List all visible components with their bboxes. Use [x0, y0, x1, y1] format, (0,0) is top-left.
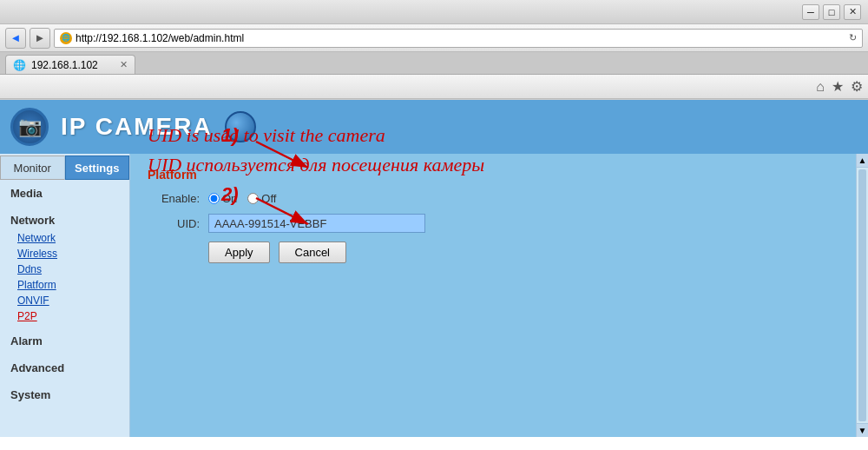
- enable-row: Enable: On Off: [148, 192, 851, 205]
- monitor-tab[interactable]: Monitor: [0, 156, 65, 180]
- tab-close-button[interactable]: ✕: [120, 59, 128, 70]
- tab-bar: 🌐 192.168.1.102 ✕: [0, 52, 868, 75]
- enable-radio-group: On Off: [208, 192, 276, 205]
- main-content: Platform Enable: On Off UID:: [130, 154, 868, 437]
- enable-label: Enable:: [148, 192, 200, 205]
- minimize-button[interactable]: ─: [802, 4, 819, 20]
- info-text-english: UID is used to visit the camera: [148, 124, 851, 147]
- sidebar-item-onvif[interactable]: ONVIF: [0, 293, 129, 308]
- sidebar-tab-row: Monitor Settings: [0, 156, 129, 180]
- tab-favicon: 🌐: [13, 59, 26, 71]
- uid-input[interactable]: [208, 214, 425, 233]
- settings-tab[interactable]: Settings: [65, 156, 130, 180]
- system-section: System: [0, 381, 129, 408]
- media-section: Media: [0, 180, 129, 207]
- radio-off-label[interactable]: Off: [247, 192, 276, 205]
- address-favicon: 🌐: [60, 32, 72, 44]
- navigation-bar: ◄ ► 🌐 ↻: [0, 24, 868, 52]
- uid-label: UID:: [148, 217, 200, 230]
- alarm-section: Alarm: [0, 328, 129, 354]
- radio-on-input[interactable]: [208, 193, 220, 204]
- network-section: Network Network Wireless Ddns Platform O…: [0, 207, 129, 328]
- advanced-section: Advanced: [0, 354, 129, 381]
- sidebar-item-wireless[interactable]: Wireless: [0, 246, 129, 261]
- advanced-heading[interactable]: Advanced: [0, 358, 129, 378]
- title-bar: ─ □ ✕: [0, 0, 868, 24]
- radio-on-label[interactable]: On: [208, 192, 237, 205]
- browser-tab[interactable]: 🌐 192.168.1.102 ✕: [5, 55, 135, 74]
- scroll-thumb[interactable]: [858, 169, 866, 421]
- sidebar-item-platform[interactable]: Platform: [0, 277, 129, 293]
- system-heading[interactable]: System: [0, 385, 129, 405]
- platform-section: Platform Enable: On Off UID:: [148, 168, 851, 263]
- toolbar: ⌂ ★ ⚙: [0, 75, 868, 99]
- apply-button[interactable]: Apply: [208, 242, 270, 263]
- maximize-button[interactable]: □: [823, 4, 840, 20]
- home-icon[interactable]: ⌂: [816, 79, 825, 95]
- scrollbar[interactable]: ▲ ▼: [856, 154, 868, 437]
- main-body: Monitor Settings Media Network Network W…: [0, 154, 868, 437]
- radio-on-text: On: [222, 192, 237, 205]
- scroll-up-button[interactable]: ▲: [857, 154, 868, 168]
- network-heading: Network: [0, 210, 129, 230]
- sidebar-item-network[interactable]: Network: [0, 230, 129, 246]
- cancel-button[interactable]: Cancel: [279, 242, 346, 263]
- address-input[interactable]: [76, 32, 845, 44]
- scroll-down-button[interactable]: ▼: [857, 423, 868, 437]
- radio-off-text: Off: [261, 192, 276, 205]
- window-controls[interactable]: ─ □ ✕: [802, 4, 861, 20]
- uid-row: UID:: [148, 214, 851, 233]
- sidebar: Monitor Settings Media Network Network W…: [0, 154, 130, 437]
- tab-label: 192.168.1.102: [31, 59, 98, 71]
- button-row: Apply Cancel: [208, 242, 851, 263]
- forward-button[interactable]: ►: [30, 28, 50, 49]
- media-heading[interactable]: Media: [0, 183, 129, 203]
- sidebar-item-p2p[interactable]: P2P: [0, 308, 129, 324]
- gear-icon[interactable]: ⚙: [851, 78, 863, 95]
- refresh-button[interactable]: ↻: [849, 32, 857, 43]
- star-icon[interactable]: ★: [832, 78, 844, 95]
- radio-off-input[interactable]: [247, 193, 259, 204]
- info-text-russian: UID используется для посещения камеры: [148, 154, 851, 176]
- camera-logo-icon: 📷: [10, 108, 49, 146]
- alarm-heading[interactable]: Alarm: [0, 331, 129, 351]
- close-button[interactable]: ✕: [844, 4, 861, 20]
- address-bar[interactable]: 🌐 ↻: [54, 29, 863, 48]
- back-button[interactable]: ◄: [5, 28, 26, 49]
- sidebar-item-ddns[interactable]: Ddns: [0, 261, 129, 277]
